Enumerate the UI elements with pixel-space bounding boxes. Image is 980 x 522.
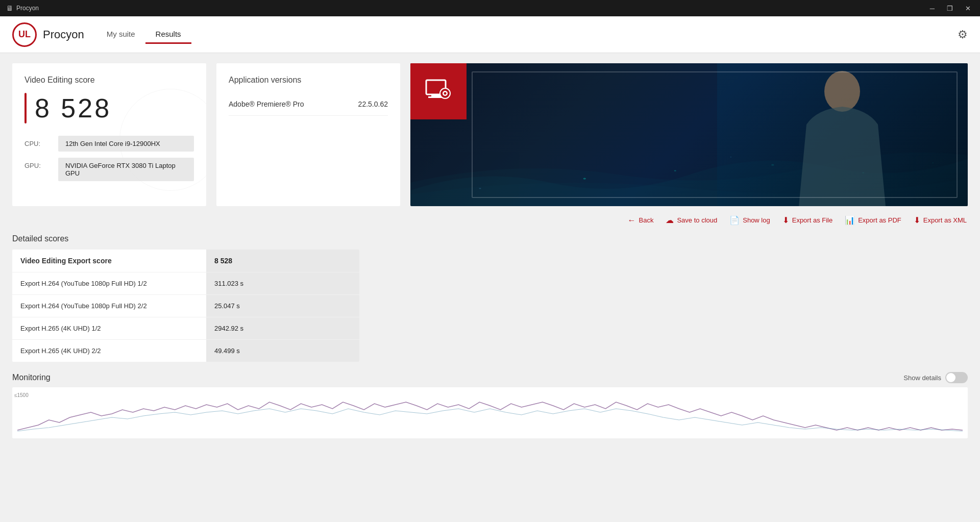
version-app-name: Adobe® Premiere® Pro bbox=[229, 100, 304, 108]
score-title: Video Editing score bbox=[24, 76, 194, 85]
back-icon: ← bbox=[628, 216, 636, 225]
version-number: 22.5.0.62 bbox=[358, 100, 388, 108]
chart-y-label: ≤1500 bbox=[14, 392, 29, 398]
show-log-label: Show log bbox=[743, 216, 770, 224]
monitoring-title: Monitoring bbox=[12, 373, 51, 382]
monitoring-header: Monitoring Show details bbox=[12, 372, 968, 383]
settings-icon[interactable]: ⚙ bbox=[958, 28, 968, 41]
hero-person-area bbox=[717, 63, 968, 206]
pdf-icon: 📊 bbox=[845, 215, 855, 225]
score-accent-bar bbox=[24, 93, 27, 123]
svg-point-13 bbox=[824, 71, 860, 112]
export-as-pdf-label: Export as PDF bbox=[858, 216, 901, 224]
score-row-value: 2942.92 s bbox=[206, 317, 359, 339]
log-icon: 📄 bbox=[729, 215, 740, 225]
hero-icon-box bbox=[410, 63, 467, 119]
svg-point-11 bbox=[479, 188, 481, 189]
score-row-label: Export H.264 (YouTube 1080p Full HD) 1/2 bbox=[12, 272, 206, 294]
svg-point-6 bbox=[583, 178, 586, 180]
export-as-xml-label: Export as XML bbox=[923, 216, 967, 224]
export-as-pdf-button[interactable]: 📊 Export as PDF bbox=[844, 213, 902, 227]
export-as-file-label: Export as File bbox=[792, 216, 832, 224]
actions-bar: ← Back ☁ Save to cloud 📄 Show log ⬇ Expo… bbox=[12, 206, 968, 232]
export-as-xml-button[interactable]: ⬇ Export as XML bbox=[913, 213, 968, 227]
nav-tabs: My suite Results bbox=[96, 26, 191, 44]
monitoring-section: Monitoring Show details ≤1500 bbox=[12, 372, 968, 438]
score-table-row: Export H.264 (YouTube 1080p Full HD) 2/2… bbox=[12, 295, 359, 317]
titlebar-icon: 🖥 bbox=[6, 4, 13, 12]
titlebar: 🖥 Procyon ─ ❒ ✕ bbox=[0, 0, 980, 16]
person-silhouette bbox=[791, 63, 893, 206]
cpu-value: 12th Gen Intel Core i9-12900HX bbox=[58, 136, 194, 152]
monitoring-chart-svg bbox=[17, 394, 963, 435]
restore-button[interactable]: ❒ bbox=[944, 5, 956, 12]
titlebar-controls: ─ ❒ ✕ bbox=[927, 5, 974, 12]
tab-results[interactable]: Results bbox=[145, 26, 191, 44]
score-row-value: 311.023 s bbox=[206, 272, 359, 294]
app-title: Procyon bbox=[43, 28, 84, 41]
back-label: Back bbox=[639, 216, 654, 224]
show-details-label: Show details bbox=[903, 374, 941, 382]
svg-point-7 bbox=[674, 170, 676, 171]
cpu-row: CPU: 12th Gen Intel Core i9-12900HX bbox=[24, 136, 194, 152]
score-row-value: 25.047 s bbox=[206, 295, 359, 317]
show-details-toggle[interactable] bbox=[945, 372, 968, 383]
score-row-label: Export H.265 (4K UHD) 2/2 bbox=[12, 340, 206, 362]
save-to-cloud-button[interactable]: ☁ Save to cloud bbox=[665, 213, 718, 227]
save-to-cloud-label: Save to cloud bbox=[677, 216, 717, 224]
gpu-row: GPU: NVIDIA GeForce RTX 3080 Ti Laptop G… bbox=[24, 158, 194, 181]
xml-icon: ⬇ bbox=[914, 215, 920, 225]
logo-circle: UL bbox=[12, 22, 37, 47]
close-button[interactable]: ✕ bbox=[962, 5, 974, 12]
score-value-wrapper: 8 528 bbox=[24, 93, 194, 123]
logo-text: UL bbox=[18, 29, 31, 40]
versions-title: Application versions bbox=[229, 76, 388, 85]
gpu-label: GPU: bbox=[24, 158, 50, 169]
top-section: Video Editing score 8 528 CPU: 12th Gen … bbox=[12, 63, 968, 206]
tab-my-suite[interactable]: My suite bbox=[96, 26, 145, 44]
cloud-icon: ☁ bbox=[666, 215, 674, 225]
versions-panel: Application versions Adobe® Premiere® Pr… bbox=[216, 63, 400, 206]
download-file-icon: ⬇ bbox=[782, 215, 789, 225]
main-content: Video Editing score 8 528 CPU: 12th Gen … bbox=[0, 53, 980, 522]
video-icon bbox=[423, 76, 454, 107]
monitoring-chart: ≤1500 bbox=[12, 387, 968, 438]
detailed-scores-title: Detailed scores bbox=[12, 234, 968, 243]
cpu-label: CPU: bbox=[24, 136, 50, 147]
score-row-label: Export H.265 (4K UHD) 1/2 bbox=[12, 317, 206, 339]
export-as-file-button[interactable]: ⬇ Export as File bbox=[781, 213, 834, 227]
score-table-row: Export H.265 (4K UHD) 1/22942.92 s bbox=[12, 317, 359, 340]
score-panel: Video Editing score 8 528 CPU: 12th Gen … bbox=[12, 63, 206, 206]
score-table-row: Export H.264 (YouTube 1080p Full HD) 1/2… bbox=[12, 272, 359, 295]
gpu-value: NVIDIA GeForce RTX 3080 Ti Laptop GPU bbox=[58, 158, 194, 181]
score-row-value: 8 528 bbox=[206, 250, 359, 272]
show-log-button[interactable]: 📄 Show log bbox=[728, 213, 771, 227]
svg-point-5 bbox=[444, 92, 447, 95]
hw-info: CPU: 12th Gen Intel Core i9-12900HX GPU:… bbox=[24, 136, 194, 181]
show-details-control: Show details bbox=[903, 372, 968, 383]
score-row-label: Video Editing Export score bbox=[12, 250, 206, 272]
version-row-premiere: Adobe® Premiere® Pro 22.5.0.62 bbox=[229, 93, 388, 116]
score-number: 8 528 bbox=[35, 93, 111, 123]
header: UL Procyon My suite Results ⚙ bbox=[0, 16, 980, 53]
score-row-label: Export H.264 (YouTube 1080p Full HD) 2/2 bbox=[12, 295, 206, 317]
logo-area: UL Procyon bbox=[12, 22, 84, 47]
svg-rect-1 bbox=[431, 94, 440, 96]
score-table-row: Export H.265 (4K UHD) 2/249.499 s bbox=[12, 340, 359, 362]
titlebar-app-name: Procyon bbox=[16, 5, 39, 12]
minimize-button[interactable]: ─ bbox=[927, 5, 938, 12]
titlebar-left: 🖥 Procyon bbox=[6, 4, 39, 12]
score-row-value: 49.499 s bbox=[206, 340, 359, 362]
score-table-row: Video Editing Export score8 528 bbox=[12, 250, 359, 272]
detailed-scores-section: Detailed scores Video Editing Export sco… bbox=[12, 234, 968, 362]
back-button[interactable]: ← Back bbox=[627, 214, 655, 227]
scores-table: Video Editing Export score8 528Export H.… bbox=[12, 250, 359, 362]
header-left: UL Procyon My suite Results bbox=[12, 22, 191, 47]
hero-panel bbox=[410, 63, 968, 206]
